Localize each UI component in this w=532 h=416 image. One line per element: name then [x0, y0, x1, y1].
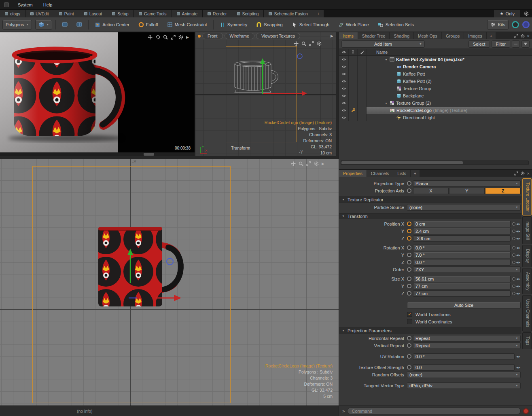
section-texture-replicator[interactable]: ▼Texture Replicator — [339, 196, 521, 203]
pin-cell[interactable] — [349, 99, 358, 107]
visibility-column-header[interactable] — [339, 49, 349, 55]
edit-cell[interactable] — [358, 114, 367, 121]
side-tab-image-still[interactable]: Image Still — [522, 216, 532, 244]
tree-item-scene[interactable]: ▼ Kaffee Pot Zylinder 04 (neu).lxo* — [367, 56, 532, 63]
tab-shading[interactable]: Shading — [390, 32, 413, 39]
mug-object-render[interactable] — [5, 41, 130, 143]
mesh-constraint-button[interactable]: Mesh Constraint — [164, 20, 210, 30]
size-x-field[interactable]: 56.61 cm — [413, 276, 511, 282]
field-mini-controls[interactable]: ◀▶ — [512, 261, 521, 264]
channel-dot-icon[interactable] — [407, 336, 411, 340]
size-z-field[interactable]: 77 cm — [413, 290, 511, 297]
list-options-button[interactable] — [512, 40, 520, 48]
tree-item-texture-group-2[interactable]: ▼ Texture Group (2) — [367, 99, 532, 107]
field-mini-controls[interactable]: ◀▶ — [512, 285, 521, 288]
pin-cell[interactable] — [349, 78, 358, 85]
random-offsets-dropdown[interactable]: (none)▼ — [407, 372, 521, 378]
tree-item-mesh[interactable]: Kaffee Pott (2) — [367, 78, 532, 85]
scrollbar-handle[interactable] — [341, 161, 463, 164]
pin-cell[interactable] — [349, 85, 358, 92]
channel-dot-icon[interactable] — [407, 245, 411, 250]
primitive-cube-dropdown[interactable]: ▼ — [35, 20, 52, 30]
pan-icon[interactable] — [294, 41, 299, 46]
side-tab-assembly[interactable]: Assembly — [522, 268, 532, 295]
snapping-button[interactable]: Snapping — [253, 20, 286, 30]
side-tab-user-channels[interactable]: User Channels — [522, 295, 532, 331]
work-plane-button[interactable]: Work Plane — [335, 20, 372, 30]
falloff-button[interactable]: Falloff — [136, 20, 161, 30]
edit-cell[interactable] — [358, 63, 367, 70]
axis-y-button[interactable]: Y — [449, 188, 485, 194]
field-mini-controls[interactable]: ◀▶ — [512, 237, 521, 240]
menu-help[interactable]: Help — [42, 2, 54, 8]
selection-sets-button[interactable]: Selection Sets — [375, 20, 417, 30]
field-mini-controls[interactable]: ◀▶ — [512, 292, 521, 295]
tab-setup[interactable]: Setup — [107, 10, 133, 17]
channel-dot-icon[interactable] — [407, 365, 411, 370]
vertical-repeat-dropdown[interactable]: Repeat▼ — [413, 342, 521, 349]
pin-cell[interactable] — [349, 92, 358, 99]
tab-items[interactable]: Items — [339, 32, 358, 39]
rotation-z-field[interactable]: 0.0 ° — [413, 259, 511, 266]
visibility-eye-icon[interactable] — [339, 85, 349, 92]
rotation-x-field[interactable]: 0.0 ° — [413, 245, 511, 251]
lock-column-header[interactable] — [349, 49, 358, 55]
auto-size-button[interactable]: Auto Size — [407, 302, 521, 308]
command-input[interactable] — [347, 408, 521, 414]
foundry-purple-button[interactable] — [522, 21, 530, 28]
tree-item-render-camera[interactable]: Render Camera — [367, 63, 532, 70]
filter-funnel-button[interactable] — [521, 40, 530, 48]
channel-dot-icon[interactable] — [407, 181, 411, 186]
active-tool-wrench-icon[interactable] — [349, 107, 358, 114]
tree-item-mesh[interactable]: Kaffee Pott — [367, 70, 532, 78]
channel-dot-icon[interactable] — [407, 253, 411, 257]
select-through-button[interactable]: Select Through — [289, 20, 332, 30]
order-dropdown[interactable]: ZXY▼ — [413, 266, 521, 273]
only-tab[interactable]: ★Only — [494, 10, 520, 17]
add-panel-tab-button[interactable]: + — [411, 170, 420, 177]
viewport-mode-dot-icon[interactable] — [198, 35, 201, 38]
visibility-eye-icon[interactable] — [339, 107, 349, 114]
tab-lists[interactable]: Lists — [393, 170, 410, 177]
tab-properties[interactable]: Properties — [339, 170, 367, 177]
expand-arrow-icon[interactable]: ▼ — [384, 58, 388, 61]
zoom-icon[interactable] — [301, 41, 306, 46]
items-horizontal-scrollbar[interactable] — [341, 160, 529, 165]
symmetry-button[interactable]: Symmetry — [217, 20, 250, 30]
pin-cell[interactable] — [349, 114, 358, 121]
render-viewport[interactable]: ▶ 00:00:38 — [0, 32, 195, 156]
size-y-field[interactable]: 77 cm — [413, 283, 511, 289]
scrollbar-handle[interactable] — [144, 153, 154, 156]
maximize-icon[interactable] — [306, 161, 311, 166]
uv-rotation-field[interactable]: 0.0 ° — [413, 353, 515, 360]
field-mini-controls[interactable]: ◀▶ — [512, 222, 521, 226]
edit-cell[interactable] — [358, 78, 367, 85]
channel-dot-icon[interactable] — [407, 236, 411, 241]
shading-mode-tab[interactable]: Wireframe — [225, 33, 254, 39]
gear-icon[interactable] — [521, 34, 525, 38]
add-layout-tab-button[interactable]: + — [313, 10, 324, 17]
zoom-icon[interactable] — [299, 161, 303, 166]
axis-x-button[interactable]: X — [413, 188, 449, 194]
visibility-eye-icon[interactable] — [339, 63, 349, 70]
tab-groups[interactable]: Groups — [442, 32, 464, 39]
tree-item-backplane[interactable]: Backplane — [367, 92, 532, 99]
particle-source-dropdown[interactable]: (none)▼ — [407, 204, 521, 211]
tab-animate[interactable]: Animate — [172, 10, 203, 17]
viewport-style-button-2[interactable] — [74, 20, 85, 30]
gear-icon[interactable] — [314, 161, 319, 166]
side-tab-display[interactable]: Display — [522, 245, 532, 267]
position-y-field[interactable]: 2.4 cm — [413, 228, 511, 234]
edit-cell[interactable] — [358, 70, 367, 78]
tab-render[interactable]: Render — [203, 10, 231, 17]
pan-icon[interactable] — [291, 161, 296, 166]
tab-layout[interactable]: Layout — [79, 10, 107, 17]
tree-item-rocketcirclelogo[interactable]: RocketCircleLogo (Image) (Texture) — [367, 107, 532, 114]
side-tab-texture-locator[interactable]: Texture Locator — [522, 178, 532, 215]
tab-schematic-fusion[interactable]: Schematic Fusion — [264, 10, 312, 17]
tabbar-settings-button[interactable] — [521, 10, 532, 17]
pin-cell[interactable] — [349, 56, 358, 63]
action-center-button[interactable]: Action Center — [92, 20, 132, 30]
channel-dot-icon[interactable] — [407, 277, 411, 281]
channel-dot-icon[interactable] — [407, 284, 411, 288]
